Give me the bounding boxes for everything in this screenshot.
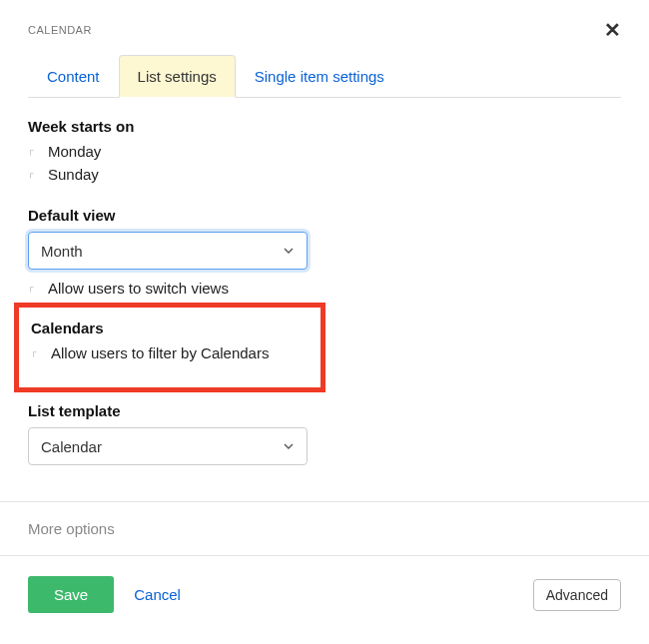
radio-icon: ┌ bbox=[28, 147, 38, 157]
tabs-bar: Content List settings Single item settin… bbox=[28, 54, 621, 98]
checkbox-allow-filter-calendars[interactable]: ┌ Allow users to filter by Calendars bbox=[31, 344, 311, 361]
radio-option-label: Monday bbox=[48, 143, 101, 160]
radio-icon: ┌ bbox=[28, 170, 38, 180]
radio-sunday[interactable]: ┌ Sunday bbox=[28, 166, 621, 183]
list-template-label: List template bbox=[28, 402, 621, 419]
chevron-down-icon bbox=[283, 245, 295, 257]
select-value: Month bbox=[41, 243, 83, 260]
advanced-button[interactable]: Advanced bbox=[533, 579, 621, 611]
chevron-down-icon bbox=[283, 440, 295, 452]
week-starts-label: Week starts on bbox=[28, 118, 621, 135]
checkbox-label: Allow users to switch views bbox=[48, 280, 229, 297]
tab-list-settings[interactable]: List settings bbox=[119, 55, 236, 98]
list-template-select[interactable]: Calendar bbox=[28, 427, 308, 465]
radio-option-label: Sunday bbox=[48, 166, 99, 183]
select-value: Calendar bbox=[41, 438, 102, 455]
default-view-select[interactable]: Month bbox=[28, 232, 308, 270]
radio-monday[interactable]: ┌ Monday bbox=[28, 143, 621, 160]
tab-single-item-settings[interactable]: Single item settings bbox=[236, 55, 403, 98]
checkbox-icon: ┌ bbox=[28, 284, 38, 294]
default-view-label: Default view bbox=[28, 207, 621, 224]
checkbox-icon: ┌ bbox=[31, 348, 41, 358]
more-options-row[interactable]: More options bbox=[0, 502, 649, 556]
calendars-highlight: Calendars ┌ Allow users to filter by Cal… bbox=[14, 303, 325, 392]
close-icon[interactable]: ✕ bbox=[604, 20, 621, 40]
cancel-button[interactable]: Cancel bbox=[134, 586, 181, 603]
checkbox-label: Allow users to filter by Calendars bbox=[51, 344, 269, 361]
tab-content[interactable]: Content bbox=[28, 55, 119, 98]
calendars-label: Calendars bbox=[31, 320, 311, 336]
checkbox-allow-switch-views[interactable]: ┌ Allow users to switch views bbox=[28, 280, 621, 297]
save-button[interactable]: Save bbox=[28, 576, 114, 613]
panel-title: CALENDAR bbox=[28, 24, 92, 36]
